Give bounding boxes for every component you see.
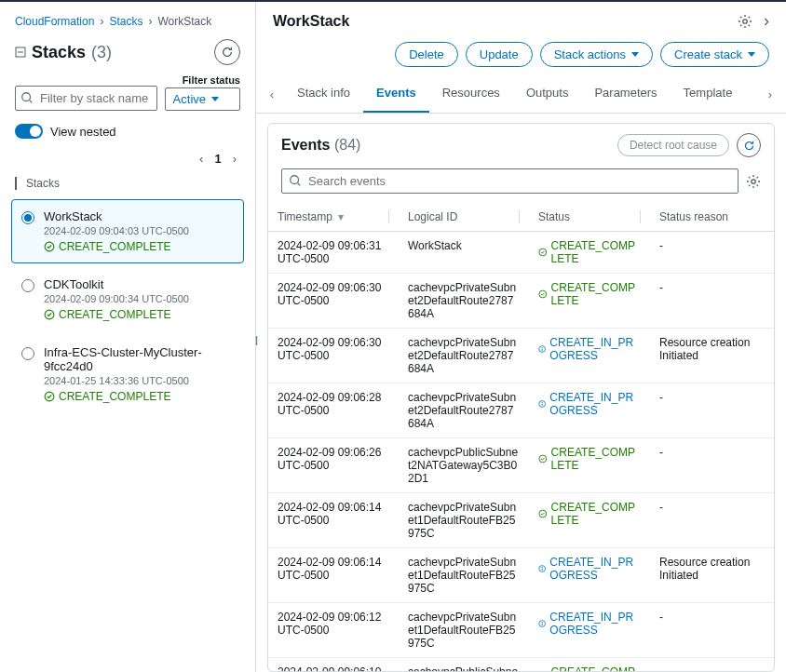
event-row: 2024-02-09 09:06:14 UTC-0500 cachevpcPri… [268,493,774,548]
cell-status: CREATE_COMPLETE [529,274,650,329]
cell-logical-id: cachevpcPublicSubnet1NATGatewayF386F1F0 [399,658,529,672]
tab-change-s[interactable]: Change s [745,76,758,113]
delete-button[interactable]: Delete [395,42,458,67]
tab-stack-info[interactable]: Stack info [284,76,363,113]
detect-root-cause-button[interactable]: Detect root cause [617,134,729,156]
stack-card[interactable]: CDKToolkit 2024-02-09 09:00:34 UTC-0500 … [11,267,244,331]
info-circle-icon [538,618,546,629]
cell-logical-id: cachevpcPrivateSubnet1DefaultRouteFB2597… [399,548,529,603]
tabs-scroll-left[interactable]: ‹ [260,87,284,101]
col-logical-id[interactable]: Logical ID [399,203,529,232]
cell-status-reason: - [650,232,774,274]
cell-status: CREATE_IN_PROGRESS [529,329,650,383]
cell-status: CREATE_IN_PROGRESS [529,548,650,603]
cell-status-reason: - [650,493,774,548]
caret-down-icon [748,52,755,57]
cell-status: CREATE_COMPLETE [529,232,650,274]
breadcrumb-link[interactable]: CloudFormation [15,15,94,28]
cell-status-reason: - [650,274,774,329]
tabs-scroll-right[interactable]: › [758,87,782,101]
info-circle-icon [538,398,546,410]
events-title: Events (84) [281,137,360,154]
svg-point-22 [542,567,543,568]
col-status-reason[interactable]: Status reason [650,203,774,232]
tab-parameters[interactable]: Parameters [581,76,670,113]
event-row: 2024-02-09 09:06:12 UTC-0500 cachevpcPri… [268,603,774,658]
refresh-icon [221,46,234,59]
check-circle-icon [44,241,55,252]
cell-timestamp: 2024-02-09 09:06:14 UTC-0500 [268,548,399,603]
sort-icon: ▾ [338,210,344,223]
gear-icon[interactable] [738,14,752,29]
cell-status-reason: - [650,383,774,438]
cell-status: CREATE_COMPLETE [529,493,650,548]
col-timestamp[interactable]: Timestamp▾ [268,203,399,232]
filter-stacks-input[interactable] [15,86,157,111]
stack-card[interactable]: Infra-ECS-Cluster-MyCluster-9fcc24d0 202… [11,335,244,413]
cell-status-reason: - [650,438,774,493]
pager-prev[interactable]: ‹ [199,152,203,166]
chevron-right-icon[interactable]: › [764,11,769,31]
cell-timestamp: 2024-02-09 09:06:14 UTC-0500 [268,493,399,548]
info-circle-icon [538,343,546,355]
cell-timestamp: 2024-02-09 09:06:26 UTC-0500 [268,438,399,493]
stack-status: CREATE_COMPLETE [44,308,189,321]
tab-outputs[interactable]: Outputs [513,76,582,113]
cell-status-reason: Resource creation Initiated [650,548,774,603]
col-status[interactable]: Status [529,203,650,232]
stack-radio[interactable] [21,211,34,224]
stack-status: CREATE_COMPLETE [44,240,189,253]
event-row: 2024-02-09 09:06:30 UTC-0500 cachevpcPri… [268,274,774,329]
stack-radio[interactable] [21,279,34,292]
filter-status-label: Filter status [165,74,240,86]
info-circle-icon [538,563,546,574]
pager-page: 1 [214,152,221,166]
search-icon [20,91,34,104]
caret-down-icon [631,52,639,57]
tab-resources[interactable]: Resources [429,76,513,113]
refresh-button[interactable] [214,39,240,65]
stack-radio[interactable] [21,347,34,360]
search-icon [289,174,302,187]
filter-status-select[interactable]: Active [165,87,240,111]
cell-logical-id: WorkStack [399,232,529,274]
search-events-input[interactable] [281,168,739,194]
stack-name: CDKToolkit [44,277,189,291]
breadcrumb-current: WorkStack [157,15,211,28]
tab-events[interactable]: Events [363,76,429,113]
stack-time: 2024-01-25 14:33:36 UTC-0500 [44,375,234,386]
stack-time: 2024-02-09 09:00:34 UTC-0500 [44,293,189,304]
event-row: 2024-02-09 09:06:10 UTC-0500 cachevpcPub… [268,658,774,672]
refresh-events-button[interactable] [737,133,761,157]
cell-timestamp: 2024-02-09 09:06:10 UTC-0500 [268,658,399,672]
cell-timestamp: 2024-02-09 09:06:28 UTC-0500 [268,383,399,438]
resize-handle-icon[interactable]: || [255,335,256,345]
update-button[interactable]: Update [466,42,533,67]
sidebar-section-label: Stacks [0,173,255,195]
stack-actions-button[interactable]: Stack actions [540,42,653,67]
event-row: 2024-02-09 09:06:30 UTC-0500 cachevpcPri… [268,329,774,383]
cell-logical-id: cachevpcPrivateSubnet1DefaultRouteFB2597… [399,603,529,658]
create-stack-button[interactable]: Create stack [660,42,769,67]
stack-card[interactable]: WorkStack 2024-02-09 09:04:03 UTC-0500 C… [11,199,244,263]
caret-down-icon [211,97,219,101]
table-settings-icon[interactable] [746,174,761,189]
check-circle-icon [538,453,548,464]
tab-template[interactable]: Template [671,76,746,113]
pager-next[interactable]: › [233,152,237,166]
collapse-icon[interactable] [15,47,26,58]
cell-logical-id: cachevpcPublicSubnet2NATGateway5C3B02D1 [399,438,529,493]
view-nested-toggle[interactable] [15,124,43,139]
stack-time: 2024-02-09 09:04:03 UTC-0500 [44,225,189,236]
svg-point-14 [542,347,543,348]
cell-status: CREATE_COMPLETE [529,438,650,493]
svg-point-8 [291,176,299,184]
check-circle-icon [44,309,55,320]
page-title: WorkStack [273,13,349,30]
check-circle-icon [44,391,55,402]
event-row: 2024-02-09 09:06:28 UTC-0500 cachevpcPri… [268,383,774,438]
cell-status-reason: Resource creation Initiated [650,329,774,383]
event-row: 2024-02-09 09:06:14 UTC-0500 cachevpcPri… [268,548,774,603]
breadcrumb-link[interactable]: Stacks [109,15,142,28]
cell-status: CREATE_IN_PROGRESS [529,383,650,438]
